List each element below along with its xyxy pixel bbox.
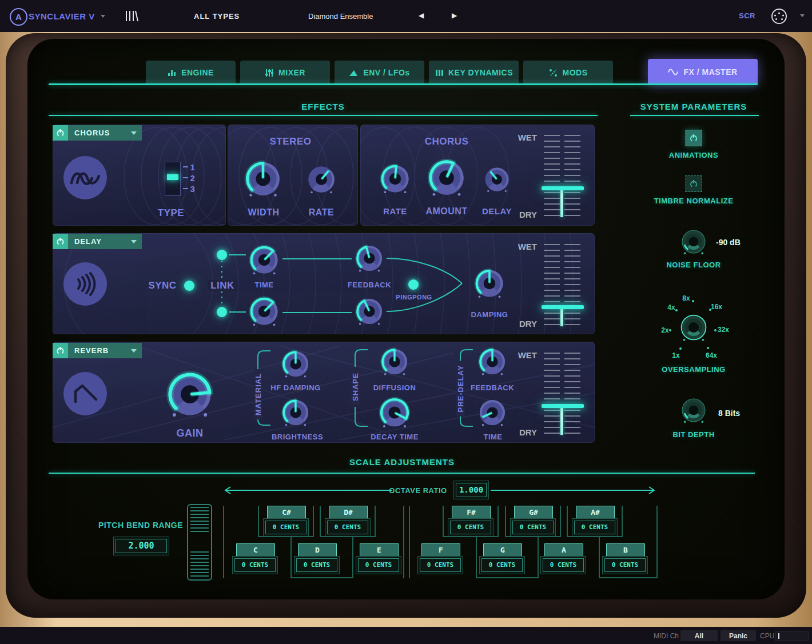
note-e-cents[interactable]: 0 CENTS <box>358 558 399 572</box>
reverb-power-button[interactable] <box>53 343 68 358</box>
stereo-width-knob[interactable] <box>241 157 285 201</box>
preset-name[interactable]: Diamond Ensemble <box>308 12 373 21</box>
note-b-key[interactable]: B <box>606 543 645 557</box>
delay-time-right-knob[interactable] <box>246 294 282 329</box>
oversampling-option[interactable]: 1x <box>672 351 679 359</box>
note-f#-key[interactable]: F# <box>452 506 491 519</box>
note-g#-cents[interactable]: 0 CENTS <box>512 521 554 534</box>
chorus-selector[interactable]: CHORUS <box>53 125 142 141</box>
note-c-key[interactable]: C <box>236 543 275 557</box>
wet-dry-handle[interactable] <box>542 305 584 309</box>
note-d#-key[interactable]: D# <box>329 506 368 519</box>
midi-din-icon[interactable] <box>771 8 787 25</box>
tab-key-dynamics[interactable]: KEY DYNAMICS <box>429 61 519 85</box>
rate-label: RATE <box>309 207 334 218</box>
oversampling-option[interactable]: 4x <box>667 303 675 311</box>
arturia-logo[interactable]: A <box>10 8 27 26</box>
bit-depth-knob[interactable] <box>678 395 709 426</box>
stereo-rate-knob[interactable] <box>304 162 339 197</box>
chorus-type-switch-handle[interactable] <box>167 174 178 180</box>
delay-selector[interactable]: DELAY <box>53 234 142 249</box>
note-c-cents[interactable]: 0 CENTS <box>234 558 276 572</box>
app-menu-caret-icon[interactable] <box>101 15 105 18</box>
animations-toggle[interactable] <box>686 130 702 146</box>
reverb-wet-dry-slider[interactable]: WET DRY <box>511 349 596 438</box>
wet-dry-handle[interactable] <box>542 186 584 190</box>
chorus-type-1[interactable]: 1 <box>190 162 196 172</box>
pingpong-toggle-dot[interactable] <box>408 279 419 290</box>
oversampling-option[interactable]: 8x <box>682 294 690 302</box>
midi-channel-button[interactable]: All <box>680 630 718 641</box>
library-filter-button[interactable]: ALL TYPES <box>194 12 240 21</box>
noise-floor-knob[interactable] <box>678 226 709 257</box>
delay-time-left-knob[interactable] <box>246 242 282 278</box>
tab-engine[interactable]: ENGINE <box>146 61 236 85</box>
note-f-key[interactable]: F <box>421 543 460 557</box>
reverb-gain-label: GAIN <box>177 427 204 439</box>
hf-damping-knob[interactable] <box>279 347 312 381</box>
delay-damping-knob[interactable] <box>472 266 507 301</box>
oversampling-option[interactable]: 32x <box>718 326 729 334</box>
pitch-wheel[interactable] <box>187 504 212 581</box>
note-a#-key[interactable]: A# <box>576 506 615 519</box>
tab-fx-master[interactable]: FX / MASTER <box>648 59 758 85</box>
chorus-type-2[interactable]: 2 <box>190 173 196 183</box>
next-preset-button[interactable]: ▶ <box>452 11 457 19</box>
oversampling-tick-dot <box>692 300 694 302</box>
wet-dry-handle[interactable] <box>542 404 584 408</box>
note-d-key[interactable]: D <box>298 543 337 557</box>
midi-menu-caret-icon[interactable] <box>800 14 805 17</box>
library-icon[interactable] <box>125 10 138 22</box>
reverb-selector[interactable]: REVERB <box>53 343 142 358</box>
note-a-cents[interactable]: 0 CENTS <box>543 558 584 572</box>
oversampling-option[interactable]: 2x <box>661 326 668 334</box>
oversampling-option[interactable]: 64x <box>706 351 717 359</box>
note-d-cents[interactable]: 0 CENTS <box>296 558 337 572</box>
chorus-amount-knob[interactable] <box>424 155 469 200</box>
predelay-feedback-knob[interactable] <box>476 345 509 378</box>
chorus-type-switch[interactable] <box>165 162 181 196</box>
note-a-key[interactable]: A <box>544 543 583 557</box>
chorus-type-3[interactable]: 3 <box>190 184 196 194</box>
note-e-key[interactable]: E <box>360 543 399 557</box>
decay-time-knob[interactable] <box>376 394 413 431</box>
delay-feedback-left-knob[interactable] <box>353 242 386 275</box>
note-b-cents[interactable]: 0 CENTS <box>604 558 646 572</box>
chorus-delay-knob[interactable] <box>481 164 512 195</box>
tab-mixer[interactable]: MIXER <box>240 61 330 85</box>
midi-ch-label: MIDI Ch <box>654 632 679 640</box>
reverb-gain-knob[interactable] <box>162 367 217 422</box>
oversampling-option[interactable]: 16x <box>711 303 722 311</box>
note-c#-key[interactable]: C# <box>267 506 306 519</box>
note-g-cents[interactable]: 0 CENTS <box>481 558 523 572</box>
chorus-power-button[interactable] <box>53 125 68 141</box>
tab-mods[interactable]: MODS <box>523 61 613 85</box>
oversampling-knob[interactable] <box>677 311 710 344</box>
tab-env-lfos[interactable]: ENV / LFOs <box>335 61 424 85</box>
sync-toggle-dot[interactable] <box>184 281 194 291</box>
delay-feedback-right-knob[interactable] <box>353 295 386 328</box>
note-g-key[interactable]: G <box>483 543 522 557</box>
panic-button[interactable]: Panic <box>721 630 756 641</box>
link-bottom-dot[interactable] <box>217 307 227 317</box>
keyboard-divider <box>223 506 224 578</box>
link-top-dot[interactable] <box>217 250 227 260</box>
scr-button[interactable]: SCR <box>739 11 755 20</box>
note-g#-key[interactable]: G# <box>514 506 553 519</box>
chorus-rate-knob[interactable] <box>377 161 413 197</box>
note-a#-cents[interactable]: 0 CENTS <box>574 521 615 534</box>
timbre-normalize-toggle[interactable] <box>686 175 702 192</box>
diffusion-knob[interactable] <box>378 345 411 378</box>
note-f#-cents[interactable]: 0 CENTS <box>450 521 491 534</box>
predelay-time-knob[interactable] <box>476 396 509 429</box>
prev-preset-button[interactable]: ◀ <box>419 11 424 19</box>
note-d#-cents[interactable]: 0 CENTS <box>327 521 368 534</box>
octave-ratio-value[interactable]: 1.000 <box>456 483 487 497</box>
delay-wet-dry-slider[interactable]: WET DRY <box>511 241 596 330</box>
pitch-bend-range-value[interactable]: 2.000 <box>116 539 167 553</box>
chorus-wet-dry-slider[interactable]: WET DRY <box>511 131 596 221</box>
note-c#-cents[interactable]: 0 CENTS <box>265 521 307 534</box>
note-f-cents[interactable]: 0 CENTS <box>420 558 461 572</box>
brightness-knob[interactable] <box>279 396 312 429</box>
delay-power-button[interactable] <box>53 234 68 249</box>
